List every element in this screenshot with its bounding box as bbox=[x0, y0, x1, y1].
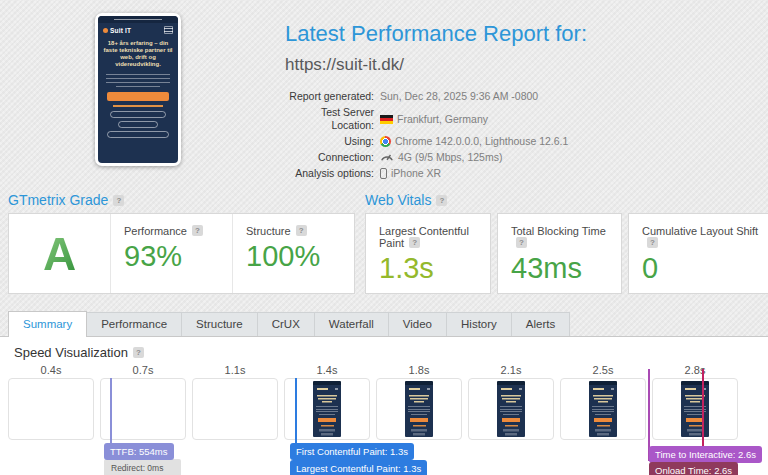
tab-structure[interactable]: Structure bbox=[181, 312, 258, 336]
onload-badge: Onload Time: 2.6s bbox=[649, 462, 738, 475]
lcp-badge: Largest Contentful Paint: 1.3s bbox=[290, 460, 427, 475]
connection-gauge-icon bbox=[380, 151, 394, 164]
help-icon[interactable]: ? bbox=[113, 195, 124, 206]
site-preview-nav: Suit IT bbox=[98, 23, 178, 36]
help-icon[interactable]: ? bbox=[409, 237, 420, 248]
timeline-column: 1.8s bbox=[376, 363, 462, 440]
ttfb-badge: TTFB: 554ms bbox=[104, 443, 174, 460]
site-cta-button bbox=[107, 92, 169, 101]
cls-card: Cumulative Layout Shift? 0 bbox=[628, 213, 768, 294]
performance-metric: Performance? 93% bbox=[110, 214, 232, 293]
timeline-column: 0.7s bbox=[100, 363, 186, 440]
filmstrip-frame bbox=[652, 378, 738, 440]
grade-letter-cell: A bbox=[9, 214, 110, 293]
help-icon[interactable]: ? bbox=[516, 237, 527, 248]
web-vitals-heading: Web Vitals? bbox=[365, 192, 447, 208]
germany-flag-icon bbox=[380, 115, 393, 124]
site-logo-icon bbox=[103, 28, 108, 33]
gtmetrix-report-page: Suit IT 18+ års erfaring – din faste tek… bbox=[0, 0, 768, 475]
site-logo: Suit IT bbox=[103, 27, 131, 34]
site-text-line bbox=[116, 86, 160, 88]
lcp-card: Largest Contentful Paint? 1.3s bbox=[365, 213, 491, 294]
structure-metric: Structure? 100% bbox=[232, 214, 354, 293]
page-mini-thumbnail bbox=[681, 381, 709, 437]
detail-value: 4G (9/5 Mbps, 125ms) bbox=[380, 151, 760, 164]
site-pill-button bbox=[110, 111, 166, 118]
page-mini-thumbnail bbox=[405, 381, 433, 437]
speed-visualization-heading: Speed Visualization? bbox=[14, 345, 144, 360]
tab-alerts[interactable]: Alerts bbox=[511, 312, 570, 336]
frame-time-label: 2.8s bbox=[652, 363, 738, 378]
tab-performance[interactable]: Performance bbox=[86, 312, 182, 336]
help-icon[interactable]: ? bbox=[192, 225, 203, 236]
site-preview-phone: Suit IT 18+ års erfaring – din faste tek… bbox=[98, 16, 178, 163]
tab-crux[interactable]: CrUX bbox=[257, 312, 315, 336]
frame-time-label: 0.7s bbox=[100, 363, 186, 378]
fcp-badge: First Contentful Paint: 1.3s bbox=[290, 443, 414, 460]
web-vitals-cards: Largest Contentful Paint? 1.3s Total Blo… bbox=[365, 213, 768, 294]
site-pill-button bbox=[107, 131, 169, 138]
timeline-column: 1.1s bbox=[192, 363, 278, 440]
help-icon[interactable]: ? bbox=[436, 195, 447, 206]
metric-label: Largest Contentful Paint? bbox=[379, 225, 490, 249]
metric-label: Structure? bbox=[246, 225, 354, 237]
tab-summary[interactable]: Summary bbox=[8, 311, 87, 337]
site-pill-button bbox=[118, 121, 158, 128]
tab-waterfall[interactable]: Waterfall bbox=[314, 312, 389, 336]
report-tab-bar: Summary Performance Structure CrUX Water… bbox=[0, 310, 768, 337]
detail-value: Chrome 142.0.0.0, Lighthouse 12.6.1 bbox=[380, 135, 760, 148]
timeline-column: 2.1s bbox=[468, 363, 554, 440]
lcp-value: 1.3s bbox=[379, 252, 490, 285]
cls-value: 0 bbox=[642, 252, 768, 285]
site-logo-text: Suit IT bbox=[110, 27, 131, 34]
frame-time-label: 2.5s bbox=[560, 363, 646, 378]
detail-label: Using: bbox=[285, 135, 380, 148]
site-text-line bbox=[106, 82, 170, 84]
hamburger-menu-icon bbox=[164, 26, 173, 34]
site-text-line bbox=[106, 74, 170, 76]
page-title: Latest Performance Report for: bbox=[285, 22, 760, 46]
ttfb-breakdown: Redirect: 0ms Connect: 418ms Backend: 13… bbox=[104, 459, 181, 475]
detail-label: Test Server Location: bbox=[285, 106, 380, 132]
metric-label: Cumulative Layout Shift? bbox=[642, 225, 768, 249]
filmstrip-frame bbox=[468, 378, 554, 440]
page-mini-thumbnail bbox=[497, 381, 525, 437]
frame-time-label: 2.1s bbox=[468, 363, 554, 378]
filmstrip-frame bbox=[100, 378, 186, 440]
site-text-line bbox=[106, 78, 170, 80]
frame-time-label: 1.1s bbox=[192, 363, 278, 378]
tbt-value: 43ms bbox=[511, 252, 621, 285]
timeline-column: 2.5s bbox=[560, 363, 646, 440]
page-mini-thumbnail bbox=[313, 381, 341, 437]
filmstrip-frame bbox=[376, 378, 462, 440]
detail-label: Report generated: bbox=[285, 90, 380, 103]
filmstrip-frame bbox=[560, 378, 646, 440]
site-preview-topbar bbox=[98, 16, 178, 23]
tab-history[interactable]: History bbox=[446, 312, 512, 336]
chrome-browser-icon bbox=[380, 136, 391, 147]
help-icon[interactable]: ? bbox=[296, 225, 307, 236]
filmstrip-frame bbox=[192, 378, 278, 440]
tab-video[interactable]: Video bbox=[388, 312, 447, 336]
help-icon[interactable]: ? bbox=[647, 237, 658, 248]
frame-time-label: 1.4s bbox=[284, 363, 370, 378]
site-headline: 18+ års erfaring – din faste tekniske pa… bbox=[98, 36, 178, 71]
help-icon[interactable]: ? bbox=[133, 347, 144, 358]
site-link-line bbox=[113, 105, 163, 107]
metric-label: Total Blocking Time? bbox=[511, 225, 621, 249]
grade-letter: A bbox=[43, 227, 76, 281]
gtmetrix-grade-heading: GTmetrix Grade? bbox=[8, 192, 124, 208]
tbt-card: Total Blocking Time? 43ms bbox=[497, 213, 622, 294]
report-url[interactable]: https://suit-it.dk/ bbox=[285, 55, 760, 75]
detail-label: Connection: bbox=[285, 151, 380, 164]
timeline-column: 0.4s bbox=[8, 363, 94, 440]
detail-value: Sun, Dec 28, 2025 9:36 AM -0800 bbox=[380, 90, 760, 103]
site-preview-thumbnail: Suit IT 18+ års erfaring – din faste tek… bbox=[95, 13, 181, 166]
frame-time-label: 1.8s bbox=[376, 363, 462, 378]
detail-value: Frankfurt, Germany bbox=[380, 106, 760, 132]
device-phone-icon bbox=[380, 168, 387, 179]
report-details: Report generated: Sun, Dec 28, 2025 9:36… bbox=[285, 90, 760, 180]
detail-label: Analysis options: bbox=[285, 167, 380, 180]
frame-time-label: 0.4s bbox=[8, 363, 94, 378]
tti-badge: Time to Interactive: 2.6s bbox=[649, 446, 762, 463]
